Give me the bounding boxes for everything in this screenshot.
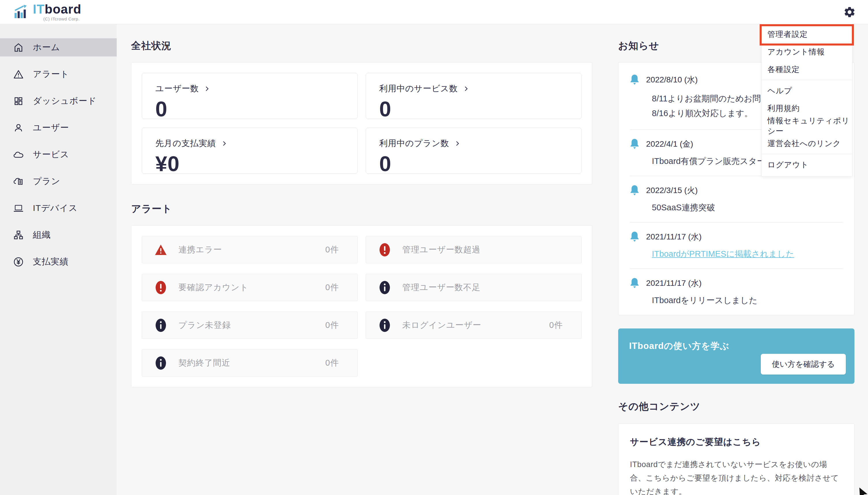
sidebar-item-organization[interactable]: 組織 [0,226,117,244]
divider [630,269,843,269]
settings-dropdown-menu: 管理者設定 アカウント情報 各種設定 ヘルプ 利用規約 情報セキュリティポリシー… [761,23,852,177]
sidebar-item-dashboard[interactable]: ダッシュボード [0,92,117,110]
logo-copyright: (C) ITcrowd Corp. [43,16,80,21]
alert-row-account-check[interactable]: 要確認アカウント 0件 [142,274,358,301]
gear-icon [843,6,856,18]
notice-body: ITboardをリリースしました [652,295,843,306]
alert-row-contract-ending[interactable]: 契約終了間近 0件 [142,349,358,377]
sidebar-item-alert[interactable]: アラート [0,65,117,83]
notice-body: ITboardがPRTIMESに掲載されました [652,249,843,260]
cloud-icon [13,150,24,160]
bell-icon [629,185,640,196]
menu-item-help[interactable]: ヘルプ [762,82,852,99]
other-contents-title: その他コンテンツ [618,400,854,413]
alert-row-link-error[interactable]: 連携エラー 0件 [142,236,358,263]
overview-panel: ユーザー数 0 利用中のサービス数 [131,62,592,184]
stat-value: 0 [379,152,581,176]
sidebar-item-users[interactable]: ユーザー [0,119,117,137]
itboard-home-page: ITboard (C) ITcrowd Corp. ホーム [0,0,868,495]
sidebar-item-home[interactable]: ホーム [0,38,117,56]
alerts-panel: 連携エラー 0件 要確認アカウント [131,225,592,387]
error-circle-icon [155,280,167,295]
overview-section-title: 全社状況 [131,39,592,52]
chevron-right-icon [221,141,227,147]
alert-row-plan-unregistered[interactable]: プラン未登録 0件 [142,311,358,339]
menu-item-company-link[interactable]: 運営会社へのリンク [762,135,852,152]
sidebar-item-plans[interactable]: プラン [0,172,117,190]
menu-item-logout[interactable]: ログアウト [762,156,852,173]
alerts-left-column: 連携エラー 0件 要確認アカウント [142,236,358,377]
menu-item-admin-settings[interactable]: 管理者設定 [762,25,852,43]
request-card-body: ITboardでまだ連携されていないサービスをお使いの場合、こちらからご要望を頂… [630,458,843,495]
notice-item: 2022/3/15 (火) 50SaaS連携突破 [629,185,843,214]
service-request-card: サービス連携のご要望はこちら ITboardでまだ連携されていないサービスをお使… [618,424,854,495]
learn-banner: ITboardの使い方を学ぶ 使い方を確認する [618,328,854,384]
request-card-title: サービス連携のご要望はこちら [630,436,843,448]
notice-item: 2021/11/17 (水) ITboardがPRTIMESに掲載されました [629,231,843,260]
dashboard-icon [13,96,24,106]
stat-value: 0 [155,97,357,121]
settings-gear-button[interactable] [843,6,856,18]
divider [762,80,852,80]
alert-row-admin-over[interactable]: 管理ユーザー数超過 [366,236,581,263]
alert-row-no-login-users[interactable]: 未ログインユーザー 0件 [366,311,581,339]
sidebar: ホーム アラート [0,24,117,495]
stat-card-plans[interactable]: 利用中のプラン数 0 [366,127,581,174]
menu-item-terms[interactable]: 利用規約 [762,99,852,117]
chevron-right-icon [204,86,210,92]
home-icon [13,42,24,53]
stat-value: ¥0 [155,152,357,176]
logo-bars-icon [13,4,29,20]
bell-icon [629,138,640,150]
bell-icon [629,277,640,289]
divider [630,222,843,222]
menu-item-security-policy[interactable]: 情報セキュリティポリシー [762,117,852,135]
user-icon [13,123,24,133]
alerts-section-title: アラート [131,202,592,216]
info-circle-icon [379,280,391,295]
bell-icon [629,231,640,243]
sidebar-item-payments[interactable]: 支払実績 [0,253,117,271]
stat-card-users[interactable]: ユーザー数 0 [142,73,358,119]
notice-body: 50SaaS連携突破 [652,202,843,214]
top-bar: ITboard (C) ITcrowd Corp. [0,0,868,24]
sidebar-item-devices[interactable]: ITデバイス [0,199,117,217]
org-chart-icon [13,230,24,240]
stat-card-services[interactable]: 利用中のサービス数 0 [366,73,581,119]
notice-item: 2021/11/17 (水) ITboardをリリースしました [629,277,843,306]
error-circle-icon [379,242,391,257]
alert-triangle-icon [13,69,24,80]
info-circle-icon [155,356,167,371]
itboard-logo[interactable]: ITboard (C) ITcrowd Corp. [13,3,81,21]
check-usage-button[interactable]: 使い方を確認する [761,354,846,375]
warning-triangle-icon [155,242,167,257]
alert-row-admin-under[interactable]: 管理ユーザー数不足 [366,274,581,301]
company-status-column: 全社状況 ユーザー数 0 利用中のサービス数 [131,39,592,495]
stat-card-payment[interactable]: 先月の支払実績 ¥0 [142,127,358,174]
yen-circle-icon [13,257,24,267]
logo-wordmark: ITboard [33,3,81,16]
info-circle-icon [155,318,167,333]
prtimes-link[interactable]: ITboardがPRTIMESに掲載されました [652,249,794,258]
menu-item-account-info[interactable]: アカウント情報 [762,43,852,61]
alerts-right-column: 管理ユーザー数超過 管理ユーザー数不足 [366,236,581,339]
bell-icon [629,74,640,86]
sidebar-item-services[interactable]: サービス [0,146,117,164]
info-circle-icon [379,318,391,333]
cloud-plan-icon [13,176,24,187]
main-content: 全社状況 ユーザー数 0 利用中のサービス数 [117,24,868,495]
chevron-right-icon [463,86,469,92]
chevron-right-icon [455,141,460,147]
laptop-icon [13,203,24,214]
stat-value: 0 [379,97,581,121]
menu-item-various-settings[interactable]: 各種設定 [762,61,852,78]
learn-banner-title: ITboardの使い方を学ぶ [629,340,844,352]
